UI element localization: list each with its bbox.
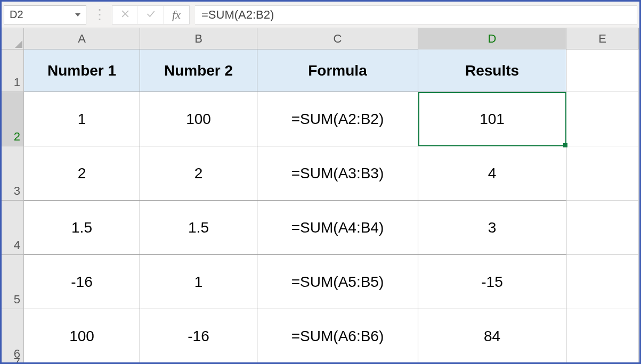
- formula-bar-buttons: fx: [112, 5, 190, 24]
- cell-B2[interactable]: 100: [140, 92, 257, 146]
- cell-C5[interactable]: =SUM(A5:B5): [257, 255, 418, 309]
- select-all-corner[interactable]: [2, 28, 24, 49]
- table-row: 2 2 =SUM(A3:B3) 4: [24, 146, 639, 201]
- enter-button[interactable]: [138, 6, 164, 24]
- column-header-A[interactable]: A: [24, 28, 140, 49]
- insert-function-button[interactable]: fx: [164, 6, 189, 24]
- row-header-1[interactable]: 1: [2, 49, 23, 92]
- formula-bar: D2 ⋮ fx: [2, 2, 639, 28]
- name-box-value: D2: [10, 9, 75, 21]
- formula-input[interactable]: [195, 5, 637, 24]
- cell-C1[interactable]: Formula: [257, 49, 418, 92]
- cell-A6[interactable]: 100: [24, 309, 140, 362]
- fx-icon: fx: [172, 8, 181, 22]
- table-row: 1.5 1.5 =SUM(A4:B4) 3: [24, 201, 639, 255]
- table-row: 1 100 =SUM(A2:B2) 101: [24, 92, 639, 146]
- cell-E2[interactable]: [566, 92, 639, 146]
- cell-D1[interactable]: Results: [418, 49, 566, 92]
- row-header-2[interactable]: 2: [2, 92, 23, 146]
- cell-E3[interactable]: [566, 146, 639, 201]
- cell-A1[interactable]: Number 1: [24, 49, 140, 92]
- row-header-5[interactable]: 5: [2, 255, 23, 309]
- row-header-6[interactable]: 6: [2, 309, 23, 362]
- cell-grid: Number 1 Number 2 Formula Results 1 100 …: [24, 49, 639, 362]
- chevron-down-icon[interactable]: [75, 13, 80, 16]
- cell-C2[interactable]: =SUM(A2:B2): [257, 92, 418, 146]
- cell-B6[interactable]: -16: [140, 309, 257, 362]
- check-icon: [145, 9, 156, 21]
- cell-B3[interactable]: 2: [140, 146, 257, 201]
- column-header-B[interactable]: B: [140, 28, 257, 49]
- cell-E6[interactable]: [566, 309, 639, 362]
- column-header-E[interactable]: E: [566, 28, 639, 49]
- cell-A4[interactable]: 1.5: [24, 201, 140, 255]
- close-icon: [120, 9, 131, 21]
- row-header-4[interactable]: 4: [2, 201, 23, 255]
- app-frame: D2 ⋮ fx A B C D: [0, 0, 641, 364]
- cell-A3[interactable]: 2: [24, 146, 140, 201]
- cell-B1[interactable]: Number 2: [140, 49, 257, 92]
- cell-E5[interactable]: [566, 255, 639, 309]
- table-row: Number 1 Number 2 Formula Results: [24, 49, 639, 92]
- cell-D3[interactable]: 4: [418, 146, 566, 201]
- cell-B5[interactable]: 1: [140, 255, 257, 309]
- worksheet[interactable]: A B C D E 1 2 3 4 5 6 7 Number 1 Number …: [2, 28, 639, 362]
- cell-E1[interactable]: [566, 49, 639, 92]
- row-headers: 1 2 3 4 5 6 7: [2, 49, 24, 362]
- cell-D4[interactable]: 3: [418, 201, 566, 255]
- row-header-3[interactable]: 3: [2, 146, 23, 201]
- table-row: 100 -16 =SUM(A6:B6) 84: [24, 309, 639, 362]
- name-box[interactable]: D2: [4, 5, 86, 24]
- column-header-D[interactable]: D: [418, 28, 566, 49]
- cell-C6[interactable]: =SUM(A6:B6): [257, 309, 418, 362]
- formula-bar-resize-handle[interactable]: ⋮: [92, 6, 107, 23]
- cancel-button[interactable]: [112, 6, 138, 24]
- column-headers: A B C D E: [24, 28, 639, 49]
- cell-E4[interactable]: [566, 201, 639, 255]
- column-header-C[interactable]: C: [257, 28, 418, 49]
- cell-D5[interactable]: -15: [418, 255, 566, 309]
- cell-D2[interactable]: 101: [418, 92, 566, 146]
- cell-A5[interactable]: -16: [24, 255, 140, 309]
- cell-C3[interactable]: =SUM(A3:B3): [257, 146, 418, 201]
- table-row: -16 1 =SUM(A5:B5) -15: [24, 255, 639, 309]
- cell-A2[interactable]: 1: [24, 92, 140, 146]
- cell-C4[interactable]: =SUM(A4:B4): [257, 201, 418, 255]
- cell-B4[interactable]: 1.5: [140, 201, 257, 255]
- cell-D6[interactable]: 84: [418, 309, 566, 362]
